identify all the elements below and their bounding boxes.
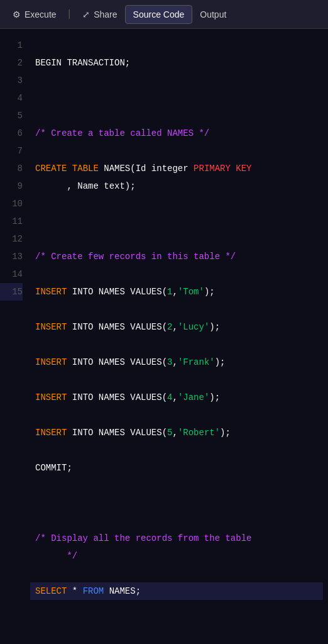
code-line-4: CREATE TABLE NAMES(Id integer PRIMARY KE…	[35, 160, 323, 195]
line-number: 15	[0, 283, 23, 301]
source-code-tab[interactable]: Source Code	[125, 5, 193, 24]
code-line-2	[35, 89, 323, 107]
line-number: 6	[0, 125, 23, 142]
line-number: 11	[0, 213, 23, 230]
line-number: 2	[0, 54, 23, 72]
code-line-15: SELECT * FROM NAMES;	[30, 582, 323, 600]
code-line-5	[35, 213, 323, 230]
toolbar: ⚙ Execute | ⤢ Share Source Code Output	[0, 0, 328, 29]
code-line-14: /* Display all the records from the tabl…	[35, 530, 323, 565]
output-tab[interactable]: Output	[192, 6, 234, 23]
execute-button[interactable]: ⚙ Execute	[5, 6, 64, 23]
line-number: 8	[0, 160, 23, 177]
code-line-10: INSERT INTO NAMES VALUES(4,'Jane');	[35, 389, 323, 406]
output-label: Output	[200, 9, 226, 19]
line-number: 5	[0, 107, 23, 125]
share-label: Share	[94, 9, 117, 19]
line-numbers: 1 2 3 4 5 6 7 8 9 10 11 12 13 14 15	[0, 29, 30, 644]
share-button[interactable]: ⤢ Share	[75, 6, 124, 23]
source-code-label: Source Code	[133, 9, 185, 19]
execute-label: Execute	[25, 9, 57, 19]
line-number: 1	[0, 36, 23, 54]
code-content[interactable]: BEGIN TRANSACTION; /* Create a table cal…	[30, 29, 328, 644]
execute-icon: ⚙	[13, 9, 21, 19]
code-line-12: COMMIT;	[35, 459, 323, 477]
divider: |	[64, 9, 75, 20]
code-line-1: BEGIN TRANSACTION;	[35, 54, 323, 72]
line-number: 7	[0, 142, 23, 160]
code-line-11: INSERT INTO NAMES VALUES(5,'Robert');	[35, 424, 323, 441]
line-number: 10	[0, 195, 23, 213]
code-line-6: /* Create few records in this table */	[35, 248, 323, 265]
line-number: 3	[0, 72, 23, 89]
line-number: 12	[0, 230, 23, 248]
code-line-9: INSERT INTO NAMES VALUES(3,'Frank');	[35, 353, 323, 371]
line-number: 13	[0, 248, 23, 265]
code-line-13	[35, 494, 323, 512]
code-line-7: INSERT INTO NAMES VALUES(1,'Tom');	[35, 283, 323, 301]
code-editor: 1 2 3 4 5 6 7 8 9 10 11 12 13 14 15 BEGI…	[0, 29, 328, 644]
share-icon: ⤢	[82, 9, 90, 19]
code-line-3: /* Create a table called NAMES */	[35, 125, 323, 142]
line-number: 9	[0, 177, 23, 195]
line-number: 14	[0, 265, 23, 283]
line-number: 4	[0, 89, 23, 107]
code-line-8: INSERT INTO NAMES VALUES(2,'Lucy');	[35, 318, 323, 336]
